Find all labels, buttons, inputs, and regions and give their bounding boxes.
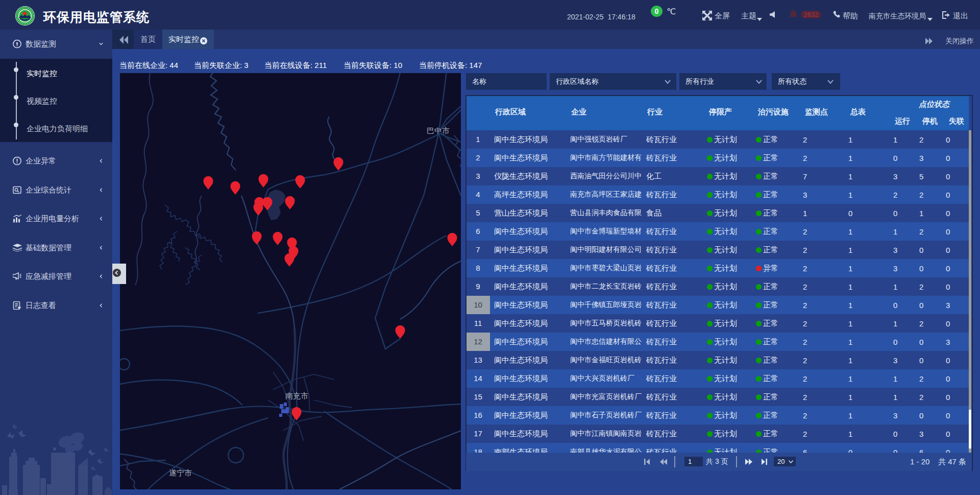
svg-text:巴中市: 巴中市 [427,126,450,135]
svg-text:遂宁市: 遂宁市 [169,468,192,477]
svg-text:南充市: 南充市 [285,391,308,400]
